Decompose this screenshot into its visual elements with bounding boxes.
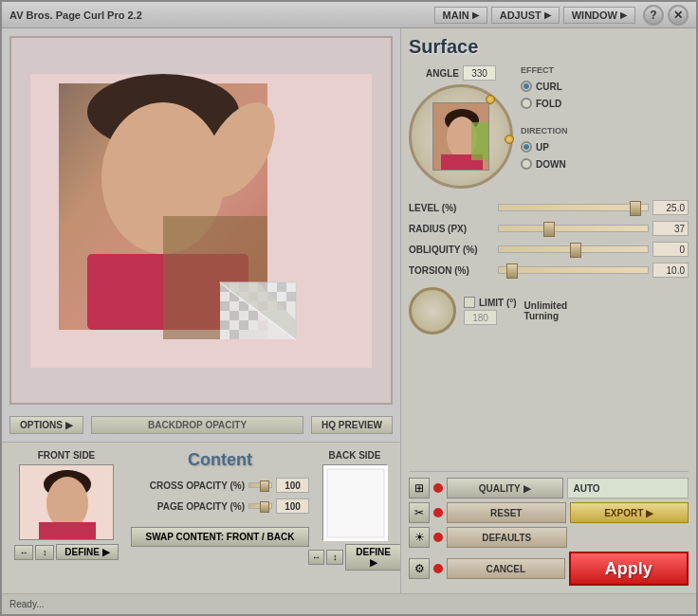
curl-radio[interactable] (521, 81, 532, 92)
level-slider[interactable] (498, 204, 649, 211)
back-flip-h-button[interactable]: ↔ (308, 550, 325, 565)
limit-checkbox[interactable] (464, 297, 475, 308)
fold-radio[interactable] (521, 98, 532, 109)
page-opacity-slider[interactable] (248, 503, 272, 509)
front-thumbnail (19, 464, 114, 540)
main-menu-arrow: ▶ (472, 10, 479, 20)
main-content: OPTIONS ▶ BACKDROP OPACITY HQ PREVIEW FR… (2, 28, 696, 593)
cross-opacity-value: 100 (276, 478, 309, 493)
level-handle[interactable] (630, 201, 641, 216)
svg-rect-43 (220, 330, 230, 339)
preview-controls: OPTIONS ▶ BACKDROP OPACITY HQ PREVIEW (2, 412, 400, 442)
svg-rect-57 (471, 122, 489, 160)
define-arrow-icon: ▶ (102, 547, 110, 557)
back-flip-v-button[interactable]: ↕ (326, 550, 343, 565)
status-text: Ready... (9, 599, 45, 609)
quality-red-dot (433, 483, 443, 493)
reset-button[interactable]: RESET (447, 502, 566, 523)
up-option[interactable]: UP (521, 141, 568, 153)
svg-rect-41 (239, 320, 248, 330)
radius-handle[interactable] (543, 222, 555, 237)
dial-indicator-right (505, 135, 514, 144)
svg-rect-17 (277, 282, 286, 292)
down-radio[interactable] (521, 158, 532, 170)
adjust-menu-arrow: ▶ (544, 10, 551, 20)
gear-red-dot (433, 564, 443, 573)
front-thumb-controls: ↔ ↕ DEFINE ▶ (14, 544, 118, 560)
fold-option[interactable]: FOLD (521, 98, 568, 109)
content-title: Content (188, 450, 252, 470)
unlimited-label-container: Unlimited Turning (524, 300, 568, 321)
turning-dial[interactable] (409, 287, 456, 335)
scissors-icon-btn[interactable]: ✂ (409, 502, 430, 523)
obliquity-handle[interactable] (570, 243, 581, 258)
torsion-slider[interactable] (498, 266, 649, 274)
cross-opacity-handle[interactable] (260, 480, 269, 492)
preview-area[interactable] (9, 36, 393, 405)
svg-rect-50 (39, 522, 96, 540)
down-option[interactable]: DOWN (521, 158, 568, 170)
quality-icon: ⊞ (414, 481, 424, 495)
content-section: Content CROSS OPACITY (%) 100 PAGE OPACI… (131, 450, 309, 586)
effect-section: ANGLE 330 (409, 65, 689, 189)
apply-button[interactable]: Apply (569, 552, 689, 586)
window-menu[interactable]: WINDOW ▶ (563, 7, 635, 24)
up-radio[interactable] (521, 141, 532, 153)
reset-export-row: ✂ RESET EXPORT ▶ (409, 502, 689, 523)
close-button[interactable]: ✕ (668, 5, 689, 26)
main-menu[interactable]: MAIN ▶ (434, 7, 487, 24)
svg-rect-26 (286, 292, 296, 301)
torsion-value: 10.0 (652, 263, 689, 278)
quality-arrow-icon: ▶ (524, 483, 531, 494)
front-flip-v-button[interactable]: ↕ (35, 545, 54, 560)
dial-circle[interactable] (409, 84, 513, 189)
front-define-button[interactable]: DEFINE ▶ (56, 544, 118, 560)
back-define-button[interactable]: DEFINE ▶ (345, 544, 401, 571)
torsion-handle[interactable] (506, 263, 518, 279)
radius-slider[interactable] (498, 225, 649, 232)
gear-icon-btn[interactable]: ⚙ (409, 558, 430, 579)
status-bar: Ready... (2, 593, 696, 614)
swap-content-button[interactable]: SWAP CONTENT: FRONT / BACK (131, 527, 309, 547)
curl-option[interactable]: CURL (521, 81, 568, 92)
hq-preview-button[interactable]: HQ PREVIEW (311, 416, 393, 434)
svg-rect-28 (230, 301, 239, 311)
options-button[interactable]: OPTIONS ▶ (9, 416, 83, 434)
obliquity-slider[interactable] (498, 245, 649, 253)
quality-button[interactable]: QUALITY ▶ (447, 478, 563, 498)
sliders-section: LEVEL (%) 25.0 RADIUS (PX) 37 OBLIQU (409, 200, 689, 283)
angle-label: ANGLE (426, 68, 459, 79)
svg-rect-25 (277, 292, 286, 301)
page-opacity-row: PAGE OPACITY (%) 100 (131, 498, 309, 514)
page-opacity-handle[interactable] (260, 501, 269, 513)
cross-opacity-slider[interactable] (248, 482, 272, 488)
front-side-label: FRONT SIDE (38, 450, 96, 461)
right-panel: Surface ANGLE 330 (400, 28, 696, 593)
angle-value[interactable]: 330 (463, 65, 496, 81)
cancel-button[interactable]: CANCEL (447, 558, 565, 579)
page-opacity-value: 100 (276, 498, 309, 514)
quality-icon-btn[interactable]: ⊞ (409, 478, 430, 498)
limit-value[interactable]: 180 (464, 310, 497, 325)
defaults-button[interactable]: DEFAULTS (447, 527, 567, 548)
preview-canvas (30, 74, 372, 368)
turning-label: Turning (524, 311, 568, 321)
help-button[interactable]: ? (643, 5, 664, 26)
title-bar: AV Bros. Page Curl Pro 2.2 MAIN ▶ ADJUST… (2, 2, 696, 28)
adjust-menu[interactable]: ADJUST ▶ (491, 7, 560, 24)
svg-rect-39 (220, 320, 230, 330)
action-buttons: ⊞ QUALITY ▶ AUTO ✂ RESET (409, 471, 689, 586)
direction-group-label: DIRECTION (521, 126, 568, 136)
angle-dial[interactable] (409, 84, 513, 189)
scissors-icon: ✂ (414, 506, 424, 519)
svg-rect-16 (267, 282, 277, 292)
sun-icon-btn[interactable]: ☀ (409, 527, 430, 548)
sun-icon: ☀ (414, 531, 425, 544)
export-button[interactable]: EXPORT ▶ (570, 502, 689, 523)
effect-options-area: EFFECT CURL FOLD DIRECTION (521, 65, 689, 189)
front-flip-h-button[interactable]: ↔ (14, 545, 33, 560)
cross-opacity-row: CROSS OPACITY (%) 100 (131, 478, 309, 493)
obliquity-label: OBLIQUITY (%) (409, 245, 494, 255)
svg-rect-37 (248, 311, 258, 320)
surface-title: Surface (409, 36, 689, 58)
